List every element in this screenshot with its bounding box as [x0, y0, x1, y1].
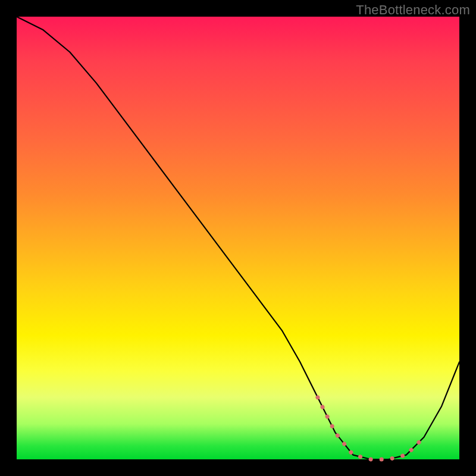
chart-plot-area [17, 17, 459, 459]
bottleneck-curve [17, 17, 459, 459]
watermark-text: TheBottleneck.com [356, 2, 470, 18]
curve-path [17, 17, 459, 459]
chart-frame: TheBottleneck.com [0, 0, 476, 476]
